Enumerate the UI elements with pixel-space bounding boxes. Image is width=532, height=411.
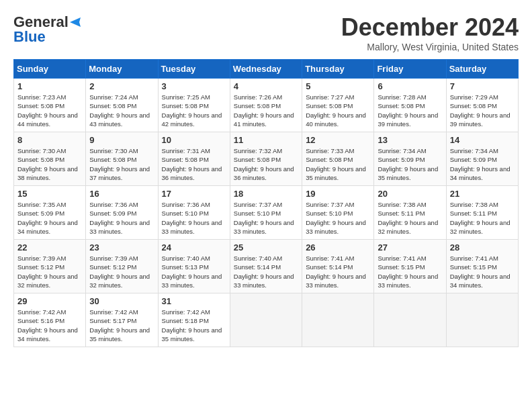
header: General Blue December 2024 Mallory, West…: [13, 13, 519, 52]
sunset-label: Sunset: 5:12 PM: [17, 263, 64, 271]
daylight-label: Daylight: 9 hours and 33 minutes.: [89, 219, 150, 235]
day-info: Sunrise: 7:29 AM Sunset: 5:08 PM Dayligh…: [450, 93, 515, 128]
day-number: 8: [17, 135, 82, 145]
sunrise-label: Sunrise: 7:27 AM: [306, 93, 354, 101]
sunset-label: Sunset: 5:08 PM: [234, 102, 281, 109]
day-number: 25: [234, 242, 298, 253]
sunrise-label: Sunrise: 7:40 AM: [234, 255, 282, 262]
sunrise-label: Sunrise: 7:30 AM: [89, 147, 138, 154]
day-number: 15: [17, 189, 82, 199]
day-info: Sunrise: 7:23 AM Sunset: 5:08 PM Dayligh…: [17, 93, 82, 128]
calendar-cell: 6 Sunrise: 7:28 AM Sunset: 5:08 PM Dayli…: [374, 79, 446, 132]
sunset-label: Sunset: 5:08 PM: [17, 156, 64, 163]
day-number: 16: [89, 189, 154, 199]
header-thursday: Thursday: [302, 60, 374, 79]
sunset-label: Sunset: 5:18 PM: [162, 317, 209, 324]
sunset-label: Sunset: 5:08 PM: [89, 156, 136, 163]
day-number: 18: [234, 189, 298, 199]
daylight-label: Daylight: 9 hours and 43 minutes.: [89, 111, 150, 128]
daylight-label: Daylight: 9 hours and 37 minutes.: [89, 165, 150, 181]
day-number: 22: [17, 242, 82, 253]
calendar-cell: 12 Sunrise: 7:33 AM Sunset: 5:08 PM Dayl…: [302, 132, 374, 186]
day-info: Sunrise: 7:34 AM Sunset: 5:09 PM Dayligh…: [378, 146, 442, 182]
day-number: 7: [450, 81, 515, 91]
svg-marker-0: [70, 17, 81, 27]
header-tuesday: Tuesday: [158, 60, 230, 79]
day-number: 19: [306, 189, 370, 199]
day-number: 31: [162, 296, 226, 306]
sunset-label: Sunset: 5:08 PM: [378, 102, 425, 109]
day-info: Sunrise: 7:40 AM Sunset: 5:14 PM Dayligh…: [234, 254, 298, 289]
week-row-4: 22 Sunrise: 7:39 AM Sunset: 5:12 PM Dayl…: [14, 240, 519, 293]
day-number: 26: [306, 242, 370, 253]
week-row-5: 29 Sunrise: 7:42 AM Sunset: 5:16 PM Dayl…: [14, 293, 519, 347]
daylight-label: Daylight: 9 hours and 35 minutes.: [378, 165, 438, 181]
sunset-label: Sunset: 5:15 PM: [450, 263, 497, 271]
calendar-cell: 18 Sunrise: 7:37 AM Sunset: 5:10 PM Dayl…: [230, 186, 302, 240]
sunrise-label: Sunrise: 7:41 AM: [450, 255, 498, 262]
sunrise-label: Sunrise: 7:39 AM: [89, 255, 138, 262]
sunrise-label: Sunrise: 7:35 AM: [17, 201, 66, 208]
day-number: 5: [306, 81, 370, 91]
calendar-cell: 5 Sunrise: 7:27 AM Sunset: 5:08 PM Dayli…: [302, 79, 374, 132]
day-number: 1: [17, 81, 82, 91]
day-info: Sunrise: 7:41 AM Sunset: 5:15 PM Dayligh…: [378, 254, 442, 289]
sunset-label: Sunset: 5:16 PM: [17, 317, 64, 324]
calendar-cell: [230, 293, 302, 347]
calendar-cell: 9 Sunrise: 7:30 AM Sunset: 5:08 PM Dayli…: [86, 132, 158, 186]
sunrise-label: Sunrise: 7:34 AM: [450, 147, 498, 154]
calendar-cell: 28 Sunrise: 7:41 AM Sunset: 5:15 PM Dayl…: [446, 240, 518, 293]
sunrise-label: Sunrise: 7:42 AM: [17, 308, 66, 316]
day-info: Sunrise: 7:39 AM Sunset: 5:12 PM Dayligh…: [89, 254, 154, 289]
daylight-label: Daylight: 9 hours and 38 minutes.: [17, 165, 78, 181]
day-number: 17: [162, 189, 226, 199]
sunset-label: Sunset: 5:08 PM: [162, 156, 209, 163]
header-wednesday: Wednesday: [230, 60, 302, 79]
sunset-label: Sunset: 5:08 PM: [17, 102, 64, 109]
header-friday: Friday: [374, 60, 446, 79]
daylight-label: Daylight: 9 hours and 33 minutes.: [234, 273, 294, 289]
day-number: 9: [89, 135, 154, 145]
sunset-label: Sunset: 5:09 PM: [89, 210, 136, 217]
sunset-label: Sunset: 5:11 PM: [378, 210, 425, 217]
day-number: 6: [378, 81, 442, 91]
daylight-label: Daylight: 9 hours and 33 minutes.: [234, 219, 294, 235]
calendar-cell: 15 Sunrise: 7:35 AM Sunset: 5:09 PM Dayl…: [14, 186, 86, 240]
logo: General Blue: [13, 13, 83, 46]
calendar-header-row: SundayMondayTuesdayWednesdayThursdayFrid…: [14, 60, 519, 79]
calendar-cell: 27 Sunrise: 7:41 AM Sunset: 5:15 PM Dayl…: [374, 240, 446, 293]
calendar-cell: 2 Sunrise: 7:24 AM Sunset: 5:08 PM Dayli…: [86, 79, 158, 132]
header-monday: Monday: [86, 60, 158, 79]
sunrise-label: Sunrise: 7:25 AM: [162, 93, 210, 101]
day-number: 11: [234, 135, 298, 145]
daylight-label: Daylight: 9 hours and 39 minutes.: [378, 111, 438, 128]
daylight-label: Daylight: 9 hours and 41 minutes.: [234, 111, 294, 128]
day-info: Sunrise: 7:42 AM Sunset: 5:16 PM Dayligh…: [17, 308, 82, 343]
day-number: 10: [162, 135, 226, 145]
day-number: 13: [378, 135, 442, 145]
day-number: 14: [450, 135, 515, 145]
sunrise-label: Sunrise: 7:33 AM: [306, 147, 354, 154]
calendar-cell: 20 Sunrise: 7:38 AM Sunset: 5:11 PM Dayl…: [374, 186, 446, 240]
sunrise-label: Sunrise: 7:30 AM: [17, 147, 66, 154]
calendar-cell: 29 Sunrise: 7:42 AM Sunset: 5:16 PM Dayl…: [14, 293, 86, 347]
sunrise-label: Sunrise: 7:41 AM: [378, 255, 426, 262]
daylight-label: Daylight: 9 hours and 33 minutes.: [162, 273, 222, 289]
daylight-label: Daylight: 9 hours and 32 minutes.: [89, 273, 150, 289]
calendar-cell: 26 Sunrise: 7:41 AM Sunset: 5:14 PM Dayl…: [302, 240, 374, 293]
day-number: 27: [378, 242, 442, 253]
location: Mallory, West Virginia, United States: [341, 42, 519, 52]
sunset-label: Sunset: 5:11 PM: [450, 210, 497, 217]
day-info: Sunrise: 7:37 AM Sunset: 5:10 PM Dayligh…: [234, 200, 298, 236]
sunrise-label: Sunrise: 7:39 AM: [17, 255, 66, 262]
day-info: Sunrise: 7:39 AM Sunset: 5:12 PM Dayligh…: [17, 254, 82, 289]
header-sunday: Sunday: [14, 60, 86, 79]
calendar-cell: [302, 293, 374, 347]
daylight-label: Daylight: 9 hours and 34 minutes.: [17, 326, 78, 342]
calendar-cell: 8 Sunrise: 7:30 AM Sunset: 5:08 PM Dayli…: [14, 132, 86, 186]
sunset-label: Sunset: 5:10 PM: [306, 210, 353, 217]
title-area: December 2024 Mallory, West Virginia, Un…: [341, 13, 519, 52]
day-info: Sunrise: 7:42 AM Sunset: 5:17 PM Dayligh…: [89, 308, 154, 343]
day-info: Sunrise: 7:41 AM Sunset: 5:14 PM Dayligh…: [306, 254, 370, 289]
day-number: 3: [162, 81, 226, 91]
